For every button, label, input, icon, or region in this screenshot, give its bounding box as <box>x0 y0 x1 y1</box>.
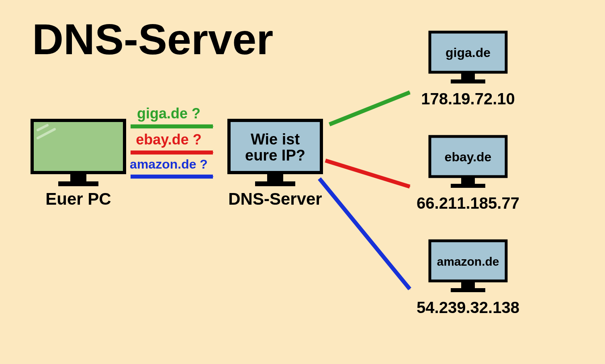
target-giga-ip: 178.19.72.10 <box>421 90 515 108</box>
dns-screen-line1: Wie ist <box>251 131 300 148</box>
client-label: Euer PC <box>45 189 111 208</box>
dns-label: DNS-Server <box>228 189 322 208</box>
query-label-amazon: amazon.de ? <box>130 157 208 171</box>
target-ebay: ebay.de <box>430 136 506 188</box>
query-label-giga: giga.de ? <box>137 105 200 122</box>
query-label-ebay: ebay.de ? <box>136 131 201 148</box>
lookup-arrows <box>319 92 410 289</box>
query-arrows: giga.de ? ebay.de ? amazon.de ? <box>130 105 213 177</box>
target-ebay-domain: ebay.de <box>445 150 492 164</box>
dns-server: Wie ist eure IP? <box>229 120 321 186</box>
target-giga-domain: giga.de <box>446 45 491 60</box>
page-title: DNS-Server <box>32 15 273 63</box>
out-arrow-amazon <box>319 179 410 289</box>
target-amazon: amazon.de <box>430 241 506 292</box>
target-amazon-domain: amazon.de <box>437 255 499 268</box>
out-arrow-ebay <box>325 161 410 187</box>
target-giga: giga.de <box>430 32 506 83</box>
target-amazon-ip: 54.239.32.138 <box>417 299 519 316</box>
out-arrow-giga <box>329 92 410 124</box>
dns-screen-line2: eure IP? <box>245 147 305 164</box>
client-pc <box>32 120 125 186</box>
target-ebay-ip: 66.211.185.77 <box>417 194 519 212</box>
